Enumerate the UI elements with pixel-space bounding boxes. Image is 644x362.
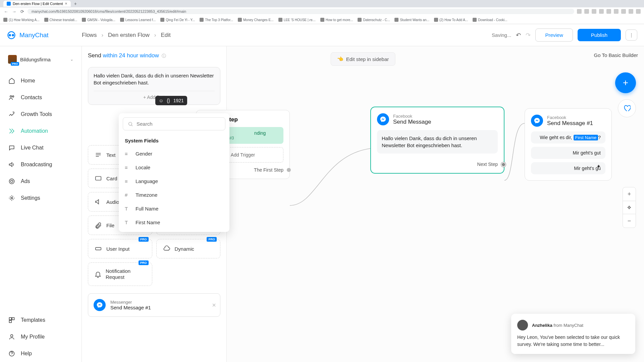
block-user-input[interactable]: PROUser Input [88,239,152,258]
field-item-firstname[interactable]: TFirst Name [119,216,229,229]
edit-sidebar-label: Edit step in sidebar [346,56,389,62]
bookmark-item[interactable]: (2) How To Add A... [434,18,468,22]
sidebar-item-ads[interactable]: Ads [0,173,82,190]
svg-rect-8 [9,318,12,320]
field-item-gender[interactable]: ≡Gender [119,147,229,161]
card-icon [94,174,102,182]
bookmark-item[interactable]: How to get more... [320,18,353,22]
chevron-right-icon: › [101,32,103,39]
browser-tab[interactable]: Den ersten Flow | Edit Content × [3,1,71,7]
sidebar-item-automation[interactable]: Automation [0,123,82,139]
ext-icon[interactable] [621,9,626,14]
node-port[interactable] [287,168,291,172]
new-tab-button[interactable]: + [74,1,77,6]
char-count: 1921 [173,98,184,103]
crumb-flow-name[interactable]: Den ersten Flow [108,32,150,39]
tab-close-icon[interactable]: × [65,1,67,6]
ext-icon[interactable] [629,9,633,14]
help-icon [8,350,15,357]
field-item-fullname[interactable]: TFull Name [119,202,229,216]
sidebar-item-help[interactable]: Help [0,345,82,362]
node-message-preview: Hallo vielen Dank, dass du dich in unser… [377,130,498,154]
ext-icon[interactable] [636,9,641,14]
sidebar-item-contacts[interactable]: Contacts [0,89,82,106]
automation-icon [8,127,15,135]
send-window-link[interactable]: within 24 hour window [103,52,159,59]
field-item-timezone[interactable]: #Timezone [119,188,229,202]
bookmark-item[interactable]: LEE 'S HOUSE | เข... [278,17,316,22]
publish-button[interactable]: Publish [578,29,621,41]
zoom-fit-button[interactable]: ✥ [623,201,636,214]
sidebar-item-livechat[interactable]: Live Chat [0,139,82,156]
node-channel: Facebook [547,115,593,120]
node-port[interactable] [501,162,506,167]
field-item-locale[interactable]: ≡Locale [119,161,229,174]
nav-label: Growth Tools [21,111,52,117]
url-bar[interactable]: manychat.com/fb198150208109206018/cms/fi… [28,9,574,14]
nav-label: Help [21,351,32,357]
info-icon[interactable]: ⓘ [162,53,166,58]
send-message-node[interactable]: Facebook Send Message Hallo vielen Dank,… [370,107,504,174]
next-step-card[interactable]: Messenger Send Message #1 × [88,293,220,317]
bookmark-item[interactable]: The Top 3 Platfor... [200,18,233,22]
edit-step-sidebar-button[interactable]: 👈 Edit step in sidebar [331,52,395,66]
block-dynamic[interactable]: PRODynamic [156,239,221,258]
close-icon[interactable]: × [212,301,216,309]
survey-popup[interactable]: Anzhelika from ManyChat Hey Leon, You've… [511,314,635,354]
variable-button[interactable]: {} [167,98,170,103]
message-block[interactable]: Hallo vielen Dank, dass du dich in unser… [88,67,220,105]
tab-title: Den ersten Flow | Edit Content [13,2,63,6]
svg-point-6 [11,180,13,183]
svg-rect-9 [12,318,14,320]
nav-label: My Profile [21,334,45,340]
list-icon: ≡ [125,178,131,184]
sidebar-item-settings[interactable]: Settings [0,190,82,206]
sidebar-item-growth[interactable]: Growth Tools [0,106,82,123]
ext-icon[interactable] [592,9,596,14]
bookmark-item[interactable]: Lessons Learned f... [120,18,156,22]
logo-area[interactable]: ManyChat [7,31,82,40]
reload-button[interactable]: ⟳ [19,9,25,14]
send-message-1-node[interactable]: Facebook Send Message #1 Wie geht es dir… [525,108,612,181]
add-step-fab[interactable]: + [615,72,636,93]
ext-icon[interactable] [614,9,619,14]
bookmark-item[interactable]: GMSN - Vologda... [82,18,115,22]
more-menu-button[interactable]: ⋮ [626,29,637,41]
field-search-wrapper[interactable] [123,117,225,130]
message-text[interactable]: Hallo vielen Dank, dass du dich in unser… [94,72,215,86]
crumb-flows[interactable]: Flows [82,32,97,39]
field-item-language[interactable]: ≡Language [119,174,229,188]
ext-icon[interactable] [584,9,589,14]
undo-button[interactable]: ↶ [516,32,521,39]
ext-icon[interactable] [577,9,582,14]
favorite-fab[interactable] [618,99,636,117]
zoom-in-button[interactable]: + [623,187,636,201]
bookmark-item[interactable]: Qing Fei De Yi - Y... [160,18,195,22]
back-button[interactable]: ← [3,9,9,14]
sidebar-item-broadcasting[interactable]: Broadcasting [0,156,82,173]
bookmark-item[interactable]: Student Wants an... [394,18,429,22]
profile-icon [8,333,15,341]
flow-canvas[interactable]: 👈 Edit step in sidebar Go To Basic Build… [82,46,644,362]
emoji-button[interactable]: ☺ [159,98,163,103]
bookmark-item[interactable]: Download - Cooki... [473,18,507,22]
sidebar-item-templates[interactable]: Templates [0,312,82,328]
account-selector[interactable]: PRO Bildungsfirma ⌄ [6,53,75,66]
bookmark-item[interactable]: (1) How Working A... [3,18,40,22]
sidebar-item-home[interactable]: Home [0,72,82,89]
forward-button[interactable]: → [11,9,17,14]
preview-button[interactable]: Preview [535,28,573,42]
ext-icon[interactable] [606,9,611,14]
add-button-row[interactable]: + Add Butt [94,91,215,100]
zoom-out-button[interactable]: − [623,214,636,228]
nav-label: Automation [21,128,48,134]
ext-icon[interactable] [599,9,604,14]
bookmark-item[interactable]: Money Changes E... [238,18,274,22]
bookmark-item[interactable]: Datenschutz - C... [358,18,390,22]
sidebar-item-profile[interactable]: My Profile [0,328,82,345]
goto-basic-builder-link[interactable]: Go To Basic Builder [594,52,638,58]
field-search-input[interactable] [137,121,220,127]
sidebar-bottom: Templates My Profile Help [0,312,82,362]
bookmark-item[interactable]: Chinese translati... [44,18,77,22]
block-notification-request[interactable]: PRONotification Request [88,262,152,286]
